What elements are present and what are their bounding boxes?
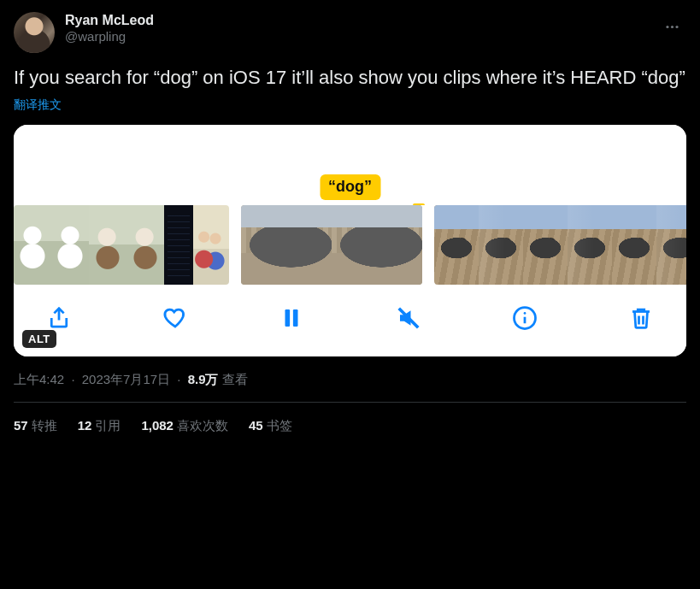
clip-group-3 [434,205,686,285]
clip-group-2 [241,205,422,285]
pause-icon [279,305,304,331]
svg-point-0 [666,25,668,27]
heart-icon [162,305,188,331]
bookmarks-stat[interactable]: 45书签 [249,418,292,434]
pause-button[interactable] [277,303,306,333]
thumbnail [126,205,164,285]
tweet-header: Ryan McLeod @warpling [14,12,686,53]
more-button[interactable] [657,12,686,41]
tweet-meta[interactable]: 上午4:42 · 2023年7月17日 · 8.9万 查看 [14,372,686,388]
clip-group-1 [14,205,229,285]
author-display-name: Ryan McLeod [65,12,154,29]
media-card[interactable]: “dog” [14,125,686,356]
tweet-text: If you search for “dog” on iOS 17 it’ll … [14,65,686,91]
trash-icon [628,305,654,331]
thumbnail [523,205,568,285]
tweet-date: 2023年7月17日 [82,372,170,386]
retweets-count: 57 [14,418,28,433]
author-names[interactable]: Ryan McLeod @warpling [65,12,154,45]
quotes-count: 12 [78,418,92,433]
media-toolbar [14,285,686,356]
likes-stat[interactable]: 1,082喜欢次数 [141,418,228,434]
quotes-label: 引用 [95,418,121,433]
quotes-stat[interactable]: 12引用 [78,418,121,434]
svg-point-1 [670,25,673,27]
thumbnail [479,205,523,285]
thumbnail [612,205,656,285]
thumbnail [89,205,126,285]
alt-badge[interactable]: ALT [22,330,56,348]
tweet-stats: 57转推 12引用 1,082喜欢次数 45书签 [14,403,686,434]
delete-button[interactable] [626,303,656,333]
mute-button[interactable] [394,303,423,333]
svg-rect-4 [293,309,298,327]
share-button[interactable] [44,303,74,333]
info-button[interactable] [510,303,539,333]
view-count: 8.9万 [188,372,219,386]
svg-point-2 [675,25,678,27]
view-label-text: 查看 [222,372,248,386]
like-button[interactable] [161,303,190,333]
author-avatar[interactable] [14,12,55,53]
meta-separator: · [71,372,74,386]
thumbnail [241,205,332,285]
search-term-label: “dog” [320,174,380,200]
tweet-container: Ryan McLeod @warpling If you search for … [0,0,700,434]
mute-icon [396,305,421,331]
translate-link[interactable]: 翻译推文 [14,97,686,113]
thumbnail [193,205,229,285]
bookmarks-count: 45 [249,418,263,433]
info-icon [512,305,538,331]
author-handle: @warpling [65,29,154,45]
thumbnail [51,205,89,285]
thumbnail [434,205,479,285]
media-caption-area: “dog” [14,125,686,205]
meta-separator: · [177,372,180,386]
more-icon [664,19,680,35]
thumbnail [656,205,686,285]
retweets-label: 转推 [32,418,57,433]
likes-label: 喜欢次数 [177,418,228,433]
thumbnail [568,205,612,285]
video-scrubber[interactable] [14,205,686,285]
thumbnail [14,205,51,285]
thumbnail [164,205,193,285]
retweets-stat[interactable]: 57转推 [14,418,57,434]
svg-rect-3 [285,309,291,327]
likes-count: 1,082 [141,418,174,433]
tweet-time: 上午4:42 [14,372,64,386]
share-icon [46,305,72,331]
thumbnail [332,205,422,285]
svg-point-8 [523,312,526,315]
bookmarks-label: 书签 [267,418,292,433]
